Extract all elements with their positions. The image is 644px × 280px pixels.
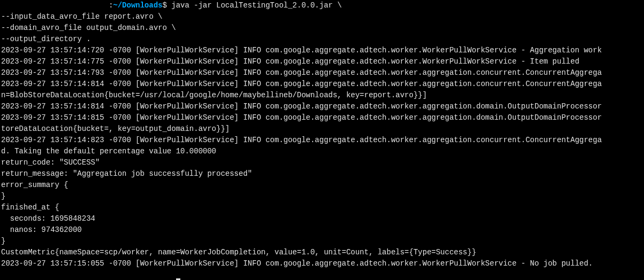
log-line-6: 2023-09-27 13:57:14:814 -0700 [WorkerPul… <box>1 101 643 112</box>
log-line-4: 2023-09-27 13:57:14:814 -0700 [WorkerPul… <box>1 79 643 90</box>
log-line-20: CustomMetric{nameSpace=scp/worker, name=… <box>1 247 643 258</box>
log-line-15: finished_at { <box>1 202 643 213</box>
log-line-5: n=BlobStoreDataLocation{bucket=/usr/loca… <box>1 90 643 101</box>
log-line-1: 2023-09-27 13:57:14:720 -0700 [WorkerPul… <box>1 45 643 56</box>
log-line-13: error_summary { <box>1 180 643 191</box>
log-line-3: 2023-09-27 13:57:14:793 -0700 [WorkerPul… <box>1 67 643 79</box>
log-line-11: return_code: "SUCCESS" <box>1 157 643 168</box>
prompt-path: ~/Downloads <box>113 1 162 10</box>
prompt-line: :~/Downloads$ java -jar LocalTestingTool… <box>1 0 643 11</box>
log-line-16: seconds: 1695848234 <box>1 213 643 224</box>
log-line-12: return_message: "Aggregation job success… <box>1 168 643 180</box>
log-line-21: 2023-09-27 13:57:15:055 -0700 [WorkerPul… <box>1 258 643 269</box>
log-line-8: toreDataLocation{bucket=, key=output_dom… <box>1 123 643 135</box>
terminal-window[interactable]: :~/Downloads$ java -jar LocalTestingTool… <box>0 0 644 280</box>
command-line-3: --domain_avro_file output_domain.avro \ <box>1 22 643 34</box>
log-line-9: 2023-09-27 13:57:14:823 -0700 [WorkerPul… <box>1 135 643 146</box>
cursor-line <box>1 269 643 280</box>
prompt-dollar: $ <box>162 1 166 10</box>
log-line-17: nanos: 974362000 <box>1 224 643 236</box>
command-text-1: java -jar LocalTestingTool_2.0.0.jar \ <box>167 1 342 10</box>
log-line-10: d. Taking the default percentage value 1… <box>1 146 643 157</box>
command-line-2: --input_data_avro_file report.avro \ <box>1 11 643 22</box>
log-text-21: 2023-09-27 13:57:15:055 -0700 [WorkerPul… <box>1 259 593 268</box>
log-line-7: 2023-09-27 13:57:14:815 -0700 [WorkerPul… <box>1 112 643 123</box>
log-line-2: 2023-09-27 13:57:14:775 -0700 [WorkerPul… <box>1 56 643 67</box>
command-line-4: --output_directory . <box>1 34 643 45</box>
prompt-colon: : <box>109 1 113 10</box>
log-line-14: } <box>1 191 643 202</box>
prompt-user-host <box>1 1 109 10</box>
log-line-18: } <box>1 236 643 247</box>
